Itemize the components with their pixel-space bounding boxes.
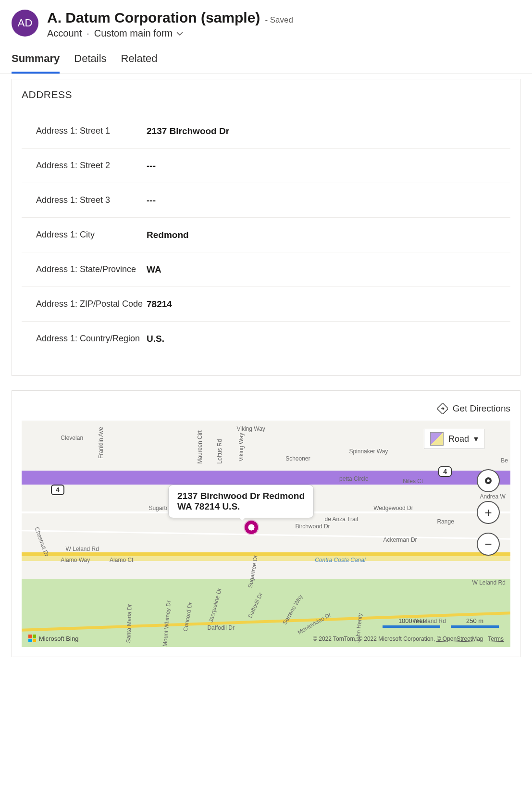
map-type-selector[interactable]: Road ▾	[424, 429, 484, 449]
map-canvas[interactable]: 4 4 Viking Way Schooner Spinnaker Way pe…	[22, 421, 510, 647]
scale-feet-label: 1000 feet	[398, 617, 424, 624]
field-row-city[interactable]: Address 1: City Redmond	[22, 218, 510, 252]
street-label: Clevelan	[61, 435, 83, 441]
scale-line-meters	[451, 625, 499, 628]
street-label: Franklin Ave	[98, 427, 104, 459]
directions-icon	[437, 403, 448, 414]
chevron-down-icon	[176, 30, 183, 37]
tab-summary[interactable]: Summary	[12, 52, 60, 74]
scale-line-feet	[383, 625, 440, 628]
field-row-street2[interactable]: Address 1: Street 2 ---	[22, 149, 510, 183]
field-value: Redmond	[147, 230, 189, 240]
page-title: A. Datum Corporation (sample)	[47, 10, 260, 26]
street-label: Alamo Way	[61, 557, 90, 563]
header-text-block: A. Datum Corporation (sample) - Saved Ac…	[47, 10, 293, 39]
entity-label: Account	[47, 28, 82, 39]
bing-logo: Microsoft Bing	[28, 635, 78, 642]
street-label: petta Circle	[339, 475, 369, 482]
infobox-line2: WA 78214 U.S.	[177, 501, 305, 512]
field-label: Address 1: Street 3	[22, 195, 147, 205]
form-selector[interactable]: Custom main form	[94, 28, 183, 39]
map-attribution: Microsoft Bing © 2022 TomTom, © 2022 Mic…	[22, 635, 510, 642]
address-field-list: Address 1: Street 1 2137 Birchwood Dr Ad…	[22, 114, 510, 356]
tab-related[interactable]: Related	[121, 52, 158, 74]
street-label: Daffodil Dr	[207, 624, 234, 631]
street-label: Be	[501, 457, 508, 464]
map-toolbar: Get Directions	[22, 400, 510, 421]
separator-dot: ·	[87, 28, 89, 39]
microsoft-logo-icon	[28, 635, 36, 642]
street-label: Niles Ct	[403, 478, 423, 485]
street-label: Viking Way	[238, 433, 245, 461]
street-label: Wedgewood Dr	[373, 505, 413, 511]
plus-icon: +	[484, 505, 492, 520]
infobox-line1: 2137 Birchwood Dr Redmond	[177, 491, 305, 501]
terms-link[interactable]: Terms	[488, 636, 504, 642]
locate-icon	[485, 477, 492, 484]
field-value: ---	[147, 161, 156, 171]
form-selector-label: Custom main form	[94, 28, 173, 39]
street-label: Spinnaker Way	[349, 448, 388, 455]
street-label: Range	[437, 518, 454, 525]
field-label: Address 1: State/Province	[22, 264, 147, 274]
field-value: 2137 Birchwood Dr	[147, 126, 229, 137]
bing-logo-text: Microsoft Bing	[39, 635, 78, 642]
street-label: Schooner	[285, 455, 310, 462]
field-value: 78214	[147, 299, 172, 310]
saved-status: - Saved	[265, 15, 293, 25]
map-scalebar: 1000 feet 250 m	[383, 617, 499, 628]
field-row-street3[interactable]: Address 1: Street 3 ---	[22, 183, 510, 218]
map-zoom-out-button[interactable]: −	[477, 533, 500, 556]
attribution-text: © 2022 TomTom, © 2022 Microsoft Corporat…	[313, 636, 504, 642]
map-locate-button[interactable]	[477, 469, 500, 492]
field-row-country[interactable]: Address 1: Country/Region U.S.	[22, 322, 510, 356]
tab-details[interactable]: Details	[74, 52, 106, 74]
map-zoom-in-button[interactable]: +	[477, 501, 500, 524]
highway-shield: 4	[51, 485, 64, 495]
map-infobox[interactable]: 2137 Birchwood Dr Redmond WA 78214 U.S.	[168, 485, 314, 518]
field-row-state[interactable]: Address 1: State/Province WA	[22, 252, 510, 287]
street-label: Ackerman Dr	[384, 536, 417, 543]
canal-label: Contra Costa Canal	[315, 557, 365, 563]
scale-meters-label: 250 m	[466, 617, 483, 624]
get-directions-label: Get Directions	[453, 403, 510, 414]
map-type-label: Road	[448, 434, 469, 444]
attribution-copyright: © 2022 TomTom, © 2022 Microsoft Corporat…	[313, 636, 437, 642]
minus-icon: −	[484, 537, 492, 552]
tab-strip: Summary Details Related	[0, 39, 532, 74]
street-label: Birchwood Dr	[296, 523, 330, 530]
street-label: W Leland Rd	[66, 546, 99, 552]
address-section: ADDRESS Address 1: Street 1 2137 Birchwo…	[12, 79, 520, 376]
get-directions-button[interactable]: Get Directions	[437, 403, 510, 414]
map-road-decor	[22, 552, 510, 556]
street-label: Viking Way	[236, 425, 265, 432]
field-value: ---	[147, 195, 156, 206]
street-label: de Anza Trail	[325, 516, 358, 523]
section-title-address: ADDRESS	[22, 89, 510, 100]
street-label: Maureen Cirt	[196, 430, 203, 463]
field-value: U.S.	[147, 334, 164, 344]
record-header: AD A. Datum Corporation (sample) - Saved…	[0, 0, 532, 39]
field-label: Address 1: Street 2	[22, 161, 147, 171]
field-label: Address 1: City	[22, 230, 147, 240]
chevron-down-icon: ▾	[474, 434, 478, 444]
map-section: Get Directions 4 4 Viking Way Schooner S…	[12, 390, 520, 657]
street-label: Alamo Ct	[110, 557, 133, 563]
field-label: Address 1: ZIP/Postal Code	[22, 299, 147, 309]
map-type-icon	[430, 432, 444, 446]
osm-link[interactable]: © OpenStreetMap	[437, 636, 483, 642]
street-label: W Leland Rd	[472, 579, 505, 586]
field-row-zip[interactable]: Address 1: ZIP/Postal Code 78214	[22, 287, 510, 322]
field-row-street1[interactable]: Address 1: Street 1 2137 Birchwood Dr	[22, 114, 510, 149]
map-controls: + −	[477, 469, 500, 556]
field-label: Address 1: Country/Region	[22, 334, 147, 344]
map-pin-icon[interactable]	[244, 520, 259, 535]
street-label: Loftus Rd	[216, 439, 223, 464]
avatar: AD	[12, 10, 38, 37]
highway-shield: 4	[438, 466, 452, 477]
field-label: Address 1: Street 1	[22, 126, 147, 136]
field-value: WA	[147, 264, 161, 275]
